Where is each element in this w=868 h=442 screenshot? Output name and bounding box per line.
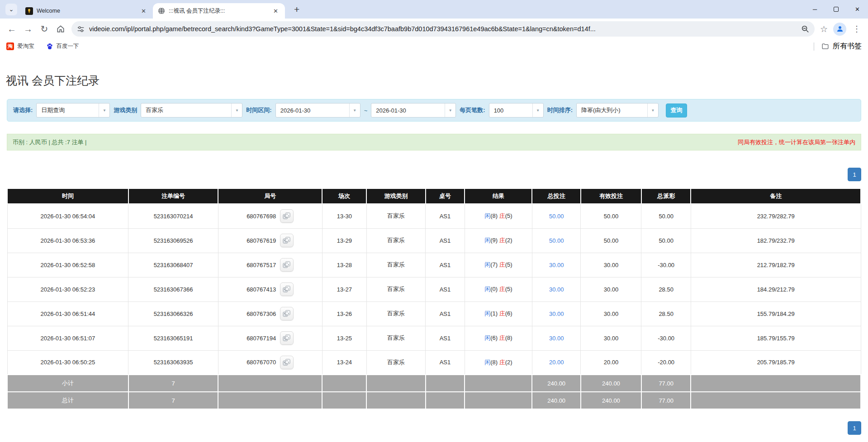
footer-valid-bet: 240.00: [581, 392, 641, 409]
column-header: 备注: [691, 188, 861, 204]
window-close-icon[interactable]: ✕: [847, 0, 868, 19]
page-size-label: 每页笔数:: [460, 106, 485, 114]
result-player-score: (9): [490, 237, 499, 244]
round-cell: 680767517: [220, 258, 320, 272]
toolbar-right: ☆ ⋮: [817, 23, 864, 36]
tab-close-icon[interactable]: ✕: [271, 7, 280, 15]
cell-round-id: 680767517: [218, 253, 322, 277]
cell-session: 13-29: [322, 228, 366, 253]
cell-game-type: 百家乐: [366, 350, 425, 375]
chevron-down-icon: ▼: [231, 103, 242, 117]
site-settings-icon[interactable]: [77, 25, 85, 33]
cell-session: 13-26: [322, 301, 366, 326]
query-type-dropdown[interactable]: 日期查询 ▼: [36, 103, 110, 118]
tab-welcome[interactable]: Welcome ✕: [21, 3, 153, 19]
result-player: 闲: [484, 237, 490, 244]
cell-table-no: AS1: [426, 277, 465, 301]
cell-game-type: 百家乐: [366, 204, 425, 228]
cell-bet-id: 523163069526: [128, 228, 218, 253]
footer-empty: [426, 392, 465, 409]
bookmark-baidu[interactable]: 百度一下: [46, 42, 79, 50]
home-icon[interactable]: [52, 21, 69, 37]
maximize-icon[interactable]: [825, 0, 847, 19]
profile-avatar-icon[interactable]: [833, 23, 846, 36]
result-banker-score: (5): [505, 261, 512, 268]
time-sort-dropdown[interactable]: 降幂(由大到小) ▼: [576, 103, 659, 118]
column-header: 总派彩: [641, 188, 691, 204]
page-size-dropdown[interactable]: 100 ▼: [489, 103, 544, 118]
cell-note: 182.79/232.79: [691, 228, 861, 253]
tab-search-chevron-icon[interactable]: ⌄: [5, 4, 17, 15]
round-result-dice-button[interactable]: [280, 307, 294, 320]
date-to-dropdown[interactable]: 2026-01-30 ▼: [371, 103, 456, 118]
reload-icon[interactable]: ↻: [36, 21, 52, 37]
tab-bet-record[interactable]: :::视讯 会员下注纪录::: ✕: [153, 3, 285, 19]
round-result-dice-button[interactable]: [280, 331, 294, 345]
footer-payout: 77.00: [641, 375, 691, 392]
game-type-dropdown[interactable]: 百家乐 ▼: [141, 103, 242, 118]
bookmark-taobao[interactable]: 淘 爱淘宝: [6, 42, 34, 50]
result-banker-score: (5): [505, 212, 512, 219]
round-result-dice-button[interactable]: [280, 282, 294, 296]
folder-icon: [821, 42, 829, 50]
chevron-down-icon: ▼: [349, 103, 360, 117]
round-result-dice-button[interactable]: [280, 209, 294, 223]
bookmark-star-icon[interactable]: ☆: [817, 24, 830, 34]
zoom-out-icon[interactable]: [801, 25, 809, 33]
cell-note: 212.79/182.79: [691, 253, 861, 277]
column-header: 注单编号: [128, 188, 218, 204]
cell-round-id: 680767619: [218, 228, 322, 253]
bookmark-label: 爱淘宝: [17, 42, 34, 50]
round-result-dice-button[interactable]: [280, 258, 294, 272]
tab-close-icon[interactable]: ✕: [139, 7, 148, 15]
page-1-button[interactable]: 1: [848, 421, 861, 435]
url-text[interactable]: videoie.com/ipl/portal.php/game/betrecor…: [89, 25, 797, 33]
cell-game-type: 百家乐: [366, 253, 425, 277]
search-button[interactable]: 查询: [666, 103, 687, 118]
address-bar[interactable]: videoie.com/ipl/portal.php/game/betrecor…: [71, 21, 815, 37]
cell-session: 13-30: [322, 204, 366, 228]
new-tab-button[interactable]: +: [291, 4, 302, 15]
table-row: 2026-01-30 06:53:36523163069526680767619…: [7, 228, 861, 253]
page-1-button[interactable]: 1: [848, 168, 861, 181]
cell-game-type: 百家乐: [366, 301, 425, 326]
round-result-dice-button[interactable]: [280, 356, 294, 369]
browser-menu-icon[interactable]: ⋮: [849, 24, 864, 34]
bookmark-label: 百度一下: [57, 42, 79, 50]
total-bet-link[interactable]: 30.00: [549, 262, 564, 268]
column-header: 总投注: [532, 188, 581, 204]
round-id-text: 680767194: [247, 335, 276, 342]
all-bookmarks[interactable]: 所有书签: [814, 42, 862, 51]
minimize-icon[interactable]: ─: [804, 0, 825, 19]
tab-title: Welcome: [37, 8, 135, 14]
forward-icon[interactable]: →: [20, 21, 36, 37]
cell-time: 2026-01-30 06:51:07: [7, 326, 128, 350]
result-player: 闲: [484, 261, 490, 268]
total-bet-link[interactable]: 50.00: [549, 237, 564, 244]
total-bet-link[interactable]: 50.00: [549, 213, 564, 220]
select-type-label: 请选择:: [13, 106, 33, 114]
total-bet-link[interactable]: 30.00: [549, 286, 564, 293]
total-bet-link[interactable]: 20.00: [549, 359, 564, 366]
round-result-dice-button[interactable]: [280, 234, 294, 247]
result-player: 闲: [484, 286, 490, 292]
window-controls: ─ ✕: [804, 0, 868, 19]
back-icon[interactable]: ←: [4, 21, 20, 37]
result-banker: 庄: [499, 359, 505, 366]
date-from-dropdown[interactable]: 2026-01-30 ▼: [275, 103, 360, 118]
result-player-score: (6): [490, 334, 499, 341]
valid-bet-notice: 同局有效投注，统一计算在该局第一张注单内: [738, 138, 855, 146]
welcome-favicon: [25, 7, 33, 15]
result-player-score: (0): [490, 286, 499, 292]
table-row: 2026-01-30 06:52:58523163068407680767517…: [7, 253, 861, 277]
cell-result: 闲(1) 庄(6): [465, 301, 532, 326]
cell-valid-bet: 30.00: [581, 277, 641, 301]
cell-valid-bet: 50.00: [581, 204, 641, 228]
cell-table-no: AS1: [426, 228, 465, 253]
total-bet-link[interactable]: 30.00: [549, 335, 564, 342]
cell-payout: 28.50: [641, 277, 691, 301]
date-range-tilde: ~: [364, 107, 368, 114]
tab-title: :::视讯 会员下注纪录:::: [169, 7, 267, 15]
cell-time: 2026-01-30 06:52:23: [7, 277, 128, 301]
total-bet-link[interactable]: 30.00: [549, 310, 564, 317]
